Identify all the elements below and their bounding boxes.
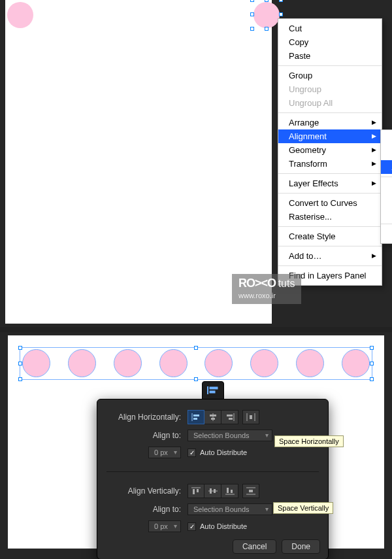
resize-handle[interactable] (265, 27, 269, 31)
align-v-buttons (188, 484, 259, 498)
align-middle-button[interactable] (204, 484, 221, 498)
watermark-url: www.roxo.ir (238, 292, 276, 299)
pink-circle[interactable] (114, 349, 142, 377)
menu-group[interactable]: Group (278, 69, 382, 82)
pink-circle[interactable] (22, 349, 50, 377)
menu-ungroup-all: Ungroup All (278, 96, 382, 110)
menu-copy[interactable]: Copy (278, 35, 382, 49)
spacing-dropdown[interactable]: 0 px (148, 520, 181, 532)
align-icon (207, 386, 219, 395)
menu-layer-effects[interactable]: Layer Effects (278, 177, 382, 190)
menu-create-style[interactable]: Create Style (278, 229, 382, 243)
space-h-icon (246, 413, 255, 421)
svg-rect-22 (227, 488, 229, 493)
pink-circle[interactable] (68, 349, 96, 377)
svg-rect-4 (193, 415, 199, 416)
alignment-popover: Align Horizontally: (97, 399, 329, 559)
align-left-button[interactable] (188, 410, 204, 424)
alignment-submenu: Align Left Align Centre Align Right Alig… (380, 129, 392, 244)
canvas[interactable]: Align Horizontally: (8, 335, 384, 549)
svg-rect-19 (210, 488, 212, 494)
menu-separator (278, 226, 382, 227)
svg-rect-26 (249, 490, 253, 492)
menu-convert[interactable]: Convert to Curves (278, 196, 382, 210)
space-horizontally-button[interactable] (242, 410, 259, 424)
checkbox-icon: ✓ (188, 449, 196, 457)
menu-add-to[interactable]: Add to… (278, 249, 382, 263)
top-screenshot: Cut Copy Paste Group Ungroup Ungroup All… (0, 0, 392, 327)
align-bottom-button[interactable] (221, 484, 238, 498)
menu-transform[interactable]: Transform (278, 157, 382, 171)
popover-footer: Cancel Done (233, 539, 320, 554)
circle-row (22, 349, 370, 377)
space-v-icon (246, 487, 255, 495)
resize-handle[interactable] (265, 0, 269, 2)
pink-circle[interactable] (159, 349, 188, 377)
context-menu: Cut Copy Paste Group Ungroup Ungroup All… (278, 18, 382, 286)
menu-cut[interactable]: Cut (278, 22, 382, 35)
resize-handle[interactable] (250, 27, 254, 31)
pink-circle[interactable] (7, 2, 33, 28)
pink-circle[interactable] (342, 349, 370, 377)
auto-distribute-checkbox[interactable]: ✓ Auto Distribute (188, 449, 247, 457)
menu-paste[interactable]: Paste (278, 49, 382, 63)
menu-arrange[interactable]: Arrange (278, 116, 382, 129)
align-v-label: Align Vertically: (109, 486, 188, 496)
svg-rect-14 (250, 415, 252, 419)
submenu-advanced[interactable]: Advanced… (381, 227, 392, 241)
pink-circle[interactable] (296, 349, 324, 377)
divider (106, 471, 319, 472)
align-to-label: Align to: (109, 431, 188, 440)
pink-circle[interactable] (204, 349, 233, 377)
done-button[interactable]: Done (282, 539, 320, 554)
pink-circle[interactable] (250, 349, 278, 377)
resize-handle[interactable] (279, 12, 283, 16)
align-to-dropdown[interactable]: Selection Bounds (188, 503, 272, 515)
align-top-button[interactable] (188, 484, 204, 498)
auto-distribute-label: Auto Distribute (200, 449, 247, 456)
submenu-align-centre[interactable]: Align Centre (381, 146, 392, 160)
resize-handle[interactable] (194, 377, 198, 381)
auto-distribute-checkbox[interactable]: ✓ Auto Distribute (188, 522, 247, 531)
menu-separator (278, 112, 382, 113)
checkbox-icon: ✓ (188, 522, 196, 531)
svg-rect-1 (210, 387, 218, 389)
align-h-buttons (188, 410, 259, 424)
menu-separator (381, 177, 392, 177)
resize-handle[interactable] (370, 346, 374, 350)
spacing-dropdown[interactable]: 0 px (148, 447, 181, 458)
submenu-align-middle[interactable]: Align Middle (381, 194, 392, 207)
align-left-icon (191, 413, 201, 421)
tooltip-space-horizontally: Space Horizontally (274, 435, 344, 447)
svg-rect-23 (231, 490, 233, 493)
align-right-icon (225, 413, 235, 421)
resize-handle[interactable] (18, 377, 22, 381)
align-top-icon (191, 487, 201, 495)
resize-handle[interactable] (250, 0, 254, 2)
popover-tab-icon[interactable] (202, 381, 224, 399)
menu-geometry[interactable]: Geometry (278, 143, 382, 157)
resize-handle[interactable] (370, 362, 374, 365)
align-horizontal-section: Align Horizontally: (97, 399, 328, 470)
menu-alignment[interactable]: Alignment Align Left Align Centre Align … (278, 129, 382, 143)
menu-separator (278, 265, 382, 266)
svg-rect-5 (193, 418, 197, 420)
svg-rect-17 (197, 489, 199, 492)
menu-separator (278, 173, 382, 174)
submenu-align-bottom[interactable]: Align Bottom (381, 207, 392, 221)
resize-handle[interactable] (370, 377, 374, 381)
align-center-h-button[interactable] (204, 410, 221, 424)
submenu-align-left[interactable]: Align Left (381, 133, 392, 146)
resize-handle[interactable] (250, 12, 254, 16)
menu-rasterise[interactable]: Rasterise... (278, 210, 382, 224)
resize-handle[interactable] (279, 0, 283, 2)
submenu-align-right[interactable]: Align Right (381, 160, 392, 174)
cancel-button[interactable]: Cancel (233, 539, 276, 554)
svg-rect-10 (227, 415, 233, 416)
svg-rect-16 (193, 489, 195, 494)
watermark-tuts: tuts (278, 278, 295, 289)
align-to-dropdown[interactable]: Selection Bounds (188, 430, 272, 441)
space-vertically-button[interactable] (242, 484, 259, 498)
submenu-align-top[interactable]: Align Top (381, 180, 392, 194)
align-right-button[interactable] (221, 410, 238, 424)
